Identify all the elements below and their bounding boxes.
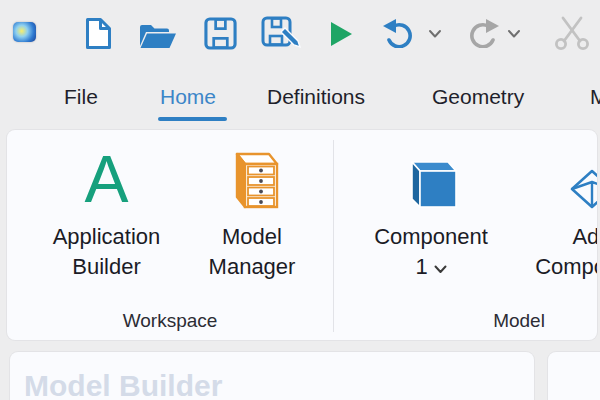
component-cube-icon — [404, 144, 459, 210]
undo-arrow-icon — [382, 18, 420, 48]
redo-button[interactable] — [462, 18, 500, 48]
workspace-group-label: Workspace — [7, 310, 333, 332]
scissors-icon — [552, 15, 592, 51]
model-manager-label-line2: Manager — [209, 252, 296, 282]
application-builder-a-icon: A — [84, 144, 128, 210]
add-component-label-line1: Add — [535, 222, 597, 252]
chevron-down-icon — [428, 29, 442, 39]
chevron-down-icon — [507, 29, 521, 39]
tab-definitions[interactable]: Definitions — [267, 85, 365, 109]
save-as-button[interactable] — [261, 16, 302, 50]
model-manager-button[interactable]: Model Manager — [182, 138, 322, 282]
model-builder-title: Model Builder — [24, 369, 534, 400]
redo-arrow-icon — [462, 18, 500, 48]
model-manager-cabinet-icon — [224, 144, 281, 210]
cut-button[interactable] — [552, 15, 592, 51]
group-divider — [333, 140, 334, 332]
undo-dropdown-button[interactable] — [428, 29, 442, 39]
comsol-logo-icon[interactable] — [13, 22, 36, 42]
component-label-line2: 1 — [415, 254, 427, 279]
ribbon-panel: A Application Builder Model — [7, 130, 597, 340]
open-folder-icon — [138, 20, 177, 50]
new-file-icon — [84, 17, 113, 50]
undo-button[interactable] — [382, 18, 420, 48]
tab-file[interactable]: File — [64, 85, 98, 109]
tab-materials[interactable]: Materials — [590, 85, 600, 109]
open-file-button[interactable] — [138, 20, 177, 50]
new-file-button[interactable] — [84, 17, 113, 50]
chevron-down-icon — [434, 265, 447, 274]
adjacent-panel — [548, 352, 600, 400]
application-builder-label-line1: Application — [53, 222, 161, 252]
tab-geometry[interactable]: Geometry — [432, 85, 524, 109]
tab-home[interactable]: Home — [160, 85, 216, 109]
model-manager-label-line1: Model — [209, 222, 296, 252]
active-tab-underline — [158, 117, 227, 121]
application-builder-button[interactable]: A Application Builder — [29, 138, 184, 282]
save-button[interactable] — [204, 17, 237, 50]
add-component-label-line2: Component — [535, 252, 597, 282]
component-label-line1: Component — [374, 222, 488, 252]
application-builder-label-line2: Builder — [53, 252, 161, 282]
model-builder-panel: Model Builder — [10, 352, 534, 400]
component-1-button[interactable]: Component 1 — [364, 138, 498, 282]
save-as-icon — [261, 16, 302, 50]
add-component-icon — [569, 144, 597, 210]
save-icon — [204, 17, 237, 50]
run-button[interactable] — [329, 21, 353, 47]
run-play-icon — [329, 21, 353, 47]
redo-dropdown-button[interactable] — [507, 29, 521, 39]
model-group-label: Model — [334, 310, 597, 332]
add-component-button[interactable]: Add Component — [525, 138, 597, 282]
